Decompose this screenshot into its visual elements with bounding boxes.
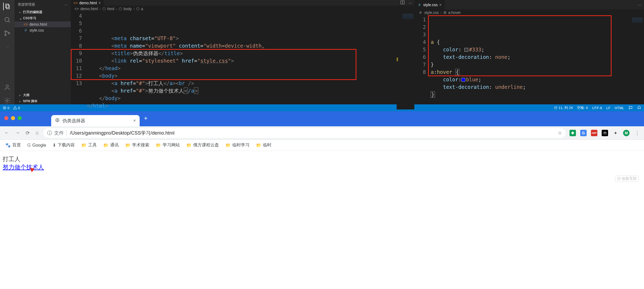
back-button[interactable]: ← [3,129,10,137]
outline-section[interactable]: 大纲 [14,92,71,98]
page-link-2[interactable]: 努力做个技术人 [3,164,44,170]
bookmark-star-icon[interactable]: ☆ [558,130,562,136]
bookmark-icon: ⬇ [53,143,56,148]
google-translate-icon[interactable]: G [580,130,587,136]
split-editor-icon[interactable] [400,0,405,6]
element-icon: ⬡ [102,7,106,11]
forward-button[interactable]: → [14,129,21,137]
folder-icon: 📁 [81,143,87,148]
bell-icon[interactable] [637,106,641,110]
minimize-window-button[interactable] [11,116,15,120]
status-position[interactable]: 行 11, 列 24 [554,105,573,110]
status-spaces[interactable]: 空格: 4 [577,105,588,110]
close-window-button[interactable] [4,116,8,120]
bookmark-icon: G [27,143,31,148]
code-area-left[interactable]: 45678910111213 <meta charset="UTF-8"> <m… [71,12,414,109]
bookmark-item[interactable]: 📁学术搜索 [125,142,149,148]
bookmark-item[interactable]: 📁俄方课程云盘 [186,142,219,148]
browser-tab-title: 伪类选择器 [62,118,85,124]
file-demo-html[interactable]: <> demo.html [14,21,71,27]
element-icon: ⬡ [136,7,139,11]
bookmark-label: 俄方课程云盘 [193,142,219,148]
css-file-icon: # [418,10,423,15]
home-button[interactable]: ⌂ [35,129,40,137]
window-controls [4,116,22,120]
status-eol[interactable]: LF [606,106,610,110]
bookmark-icon: 🐾 [5,143,11,148]
browser-tab[interactable]: 伪类选择器 × [51,115,140,126]
open-editors-section[interactable]: 打开的编辑器 [14,9,71,15]
editor-right: # style.css × ··· # style.css› ⚙a:hover … [415,0,644,104]
bookmark-item[interactable]: GGoogle [27,143,46,148]
code-area-right[interactable]: 12345678 a { color: #333; text-decoratio… [415,16,644,104]
editor-tabs-left: <> demo.html × ··· [71,0,414,6]
npm-scripts-section[interactable]: NPM 脚本 [14,98,71,104]
more-icon[interactable]: ··· [3,43,11,50]
close-icon[interactable]: × [98,1,101,5]
bookmark-item[interactable]: 📁临时 [256,142,271,148]
adblock-icon[interactable]: ABP [591,130,597,136]
project-section[interactable]: CSS学习 [14,15,71,21]
status-warnings[interactable]: 0 [13,106,20,110]
gutter-right: 12345678 [415,16,431,104]
bookmark-label: 临时 [263,142,271,148]
extension-icon[interactable]: ✱ [569,130,576,136]
more-actions-icon[interactable]: ··· [409,1,412,5]
extension-icons: ✱ G ABP ⊓ ✦ M ⋮ [569,129,641,137]
watermark: Ⓧ 创新互联 [615,176,639,182]
tab-style-css[interactable]: # style.css × [415,0,444,9]
code-right[interactable]: a { color: #333; text-decoration: none;}… [431,16,628,104]
close-icon[interactable]: × [439,2,442,7]
element-icon: ⬡ [119,7,122,11]
feedback-icon[interactable] [628,106,633,110]
bookmark-item[interactable]: 📁临时学习 [225,142,250,148]
more-actions-icon[interactable]: ··· [638,3,641,7]
explorer-icon[interactable] [3,3,11,10]
bookmark-label: 临时学习 [232,142,250,148]
html-file-icon: <> [73,1,78,5]
file-style-css[interactable]: # style.css [14,27,71,33]
css-file-icon: # [24,28,28,32]
new-tab-button[interactable]: + [144,115,148,122]
activity-bar: ··· [0,0,14,104]
bookmark-item[interactable]: 🐾百度 [5,142,21,148]
reload-button[interactable]: ⟳ [25,129,31,137]
search-icon[interactable] [3,16,11,24]
source-control-icon[interactable] [3,29,11,37]
status-errors[interactable]: 0 [3,106,9,110]
editors-region: <> demo.html × ··· <> demo.html› ⬡html› … [71,0,644,104]
breadcrumb-left[interactable]: <> demo.html› ⬡html› ⬡body› ⬡a [71,6,414,12]
vscode-window: ··· 资源管理器 ··· 打开的编辑器 CSS学习 <> demo.html … [0,0,644,104]
account-icon[interactable] [3,83,11,91]
svg-line-3 [8,21,10,22]
page-link-1[interactable]: 打工人 [3,156,20,162]
address-bar-row: ← → ⟳ ⌂ ⓘ 文件 /Users/ganmingpro/Desktop/C… [0,126,644,140]
globe-icon [55,118,60,124]
bookmark-label: 学习网站 [163,142,180,148]
browser-menu-icon[interactable]: ⋮ [634,129,641,137]
minimap-right[interactable] [628,16,644,104]
close-tab-icon[interactable]: × [133,118,136,123]
bookmark-item[interactable]: 📁通讯 [103,142,119,148]
maximize-window-button[interactable] [18,116,22,120]
site-info-icon[interactable]: ⓘ [47,130,52,136]
bookmark-item[interactable]: ⬇下载内容 [53,142,75,148]
bookmark-item[interactable]: 📁工具 [81,142,97,148]
extensions-menu-icon[interactable]: ✦ [612,130,619,136]
file-label: demo.html [29,22,47,26]
gear-icon[interactable] [3,97,11,104]
minimap-left[interactable] [398,12,414,109]
extension-icon[interactable]: ⊓ [602,130,608,136]
code-left[interactable]: <meta charset="UTF-8"> <meta name="viewp… [87,12,397,109]
bookmark-label: 百度 [12,142,21,148]
tab-demo-html[interactable]: <> demo.html × [71,0,104,6]
explorer-menu-icon[interactable]: ··· [65,3,68,7]
svg-point-8 [6,100,8,102]
address-bar[interactable]: ⓘ 文件 /Users/ganmingpro/Desktop/CSS学习/dem… [43,128,566,138]
status-encoding[interactable]: UTF-8 [592,106,602,110]
status-language[interactable]: HTML [615,106,624,110]
explorer-title: 资源管理器 [18,2,35,7]
bookmark-item[interactable]: 📁学习网站 [156,142,180,148]
breadcrumb-right[interactable]: # style.css› ⚙a:hover [415,9,644,16]
profile-avatar[interactable]: M [623,130,630,136]
